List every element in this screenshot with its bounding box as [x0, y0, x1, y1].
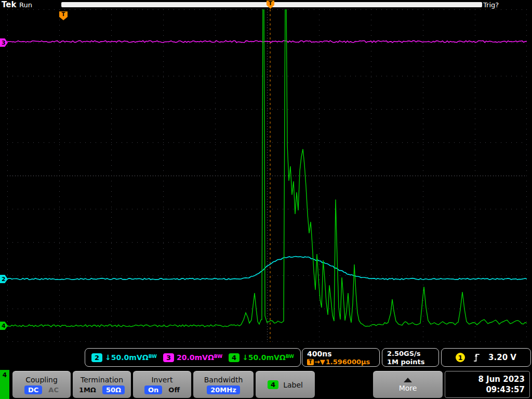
- more-button[interactable]: More: [373, 371, 443, 398]
- coupling-title: Coupling: [25, 376, 58, 384]
- termination-button[interactable]: Termination 1MΩ 50Ω: [73, 371, 131, 398]
- ch2-bw-limit: BW: [149, 354, 157, 359]
- grid: [7, 9, 527, 342]
- ch4-scale: 50.0mV: [248, 353, 280, 362]
- trigger-slope-icon: [473, 353, 480, 362]
- trigger-t-icon: T: [307, 359, 314, 365]
- ch2-scale: 50.0mV: [111, 353, 142, 362]
- bandwidth-button[interactable]: Bandwidth 20MHz: [193, 371, 254, 398]
- trace-ch2[interactable]: [7, 257, 527, 280]
- trigger-source-badge: 1: [456, 353, 465, 362]
- ch3-readout[interactable]: 3 20.0mVΩBW: [163, 353, 222, 362]
- bandwidth-value[interactable]: 20MHz: [207, 385, 240, 394]
- channel3-marker-label: 3: [2, 39, 6, 46]
- horizontal-readout-box[interactable]: 400ns T→▼1.596000µs: [302, 348, 380, 367]
- ch2-readout[interactable]: 2 ↓50.0mVΩBW: [91, 353, 157, 362]
- ch3-badge[interactable]: 3: [163, 353, 174, 362]
- waveform-display[interactable]: [7, 9, 527, 342]
- trigger-position-readout: T→▼1.596000µs: [307, 358, 375, 366]
- channel2-marker-label: 2: [2, 276, 6, 283]
- coupling-ac-option[interactable]: AC: [48, 386, 59, 394]
- channel2-marker[interactable]: 2: [0, 275, 8, 283]
- date-value: 8 Jun 2023: [450, 375, 525, 384]
- acquisition-status: Run: [19, 1, 32, 9]
- ch3-scale-readout: 20.0mVΩBW: [177, 353, 222, 362]
- time-value: 09:43:57: [450, 385, 525, 394]
- timebase-scale: 400ns: [307, 350, 375, 358]
- graticule: T: [7, 9, 527, 342]
- trigger-status: Trig?: [483, 1, 499, 9]
- trigger-level-value: 3.20 V: [488, 353, 516, 362]
- invert-on-option[interactable]: On: [144, 385, 162, 394]
- coupling-button[interactable]: Coupling DC AC: [12, 371, 71, 398]
- bandwidth-title: Bandwidth: [204, 376, 243, 384]
- ch4-bw-limit: BW: [286, 354, 294, 359]
- ch2-scale-readout: ↓50.0mVΩBW: [105, 353, 157, 362]
- trigger-position-value: 1.596000µs: [326, 358, 370, 366]
- termination-50ohm-option[interactable]: 50Ω: [102, 385, 125, 394]
- termination-title: Termination: [81, 376, 123, 384]
- up-arrow-icon: [404, 378, 412, 382]
- channel-readouts-box: 2 ↓50.0mVΩBW 3 20.0mVΩBW 4 ↓50.0mVΩBW: [85, 348, 301, 367]
- softkey-menu-bar: 4 Coupling DC AC Termination 1MΩ 50Ω Inv…: [0, 370, 532, 399]
- invert-title: Invert: [151, 376, 172, 384]
- ch4-badge[interactable]: 4: [229, 353, 240, 362]
- ch2-invert-icon: ↓: [105, 353, 111, 362]
- label-title: Label: [283, 381, 303, 389]
- channel4-marker[interactable]: 4: [0, 322, 8, 330]
- sample-rate: 2.50GS/s: [387, 350, 434, 358]
- ch4-scale-readout: ↓50.0mVΩBW: [242, 353, 294, 362]
- readout-bar: 2 ↓50.0mVΩBW 3 20.0mVΩBW 4 ↓50.0mVΩBW 40…: [0, 346, 532, 369]
- ch4-invert-icon: ↓: [242, 353, 248, 362]
- ch2-badge[interactable]: 2: [91, 353, 102, 362]
- channel4-menu-tab[interactable]: 4: [0, 370, 9, 399]
- label-button[interactable]: 4 Label: [256, 371, 315, 398]
- more-title: More: [399, 384, 417, 392]
- acquisition-readout-box[interactable]: 2.50GS/s 1M points: [382, 348, 439, 367]
- invert-button[interactable]: Invert On Off: [133, 371, 191, 398]
- ch4-readout[interactable]: 4 ↓50.0mVΩBW: [229, 353, 294, 362]
- invert-off-option[interactable]: Off: [168, 386, 180, 394]
- trigger-readout-box[interactable]: 1 3.20 V: [441, 348, 531, 367]
- label-channel-badge: 4: [268, 380, 278, 389]
- ch3-bw-limit: BW: [214, 354, 222, 359]
- trigger-position-flag-icon[interactable]: T: [267, 1, 274, 9]
- top-status-bar: Tek Run T Trig?: [0, 0, 532, 9]
- channel3-marker[interactable]: 3: [0, 38, 8, 47]
- trigger-arrow-icon: →▼: [314, 358, 325, 366]
- coupling-dc-option[interactable]: DC: [24, 385, 42, 394]
- channel4-marker-label: 4: [2, 323, 6, 329]
- record-length: 1M points: [387, 358, 434, 366]
- ch2-impedance: Ω: [142, 353, 149, 362]
- tek-logo: Tek: [2, 0, 16, 9]
- record-view-bar[interactable]: T: [61, 2, 482, 7]
- datetime-panel: 8 Jun 2023 09:43:57: [445, 371, 530, 398]
- ch4-impedance: Ω: [280, 353, 286, 362]
- ch3-impedance: Ω: [208, 353, 214, 362]
- ch3-scale: 20.0mV: [177, 353, 208, 362]
- termination-1mohm-option[interactable]: 1MΩ: [79, 386, 96, 394]
